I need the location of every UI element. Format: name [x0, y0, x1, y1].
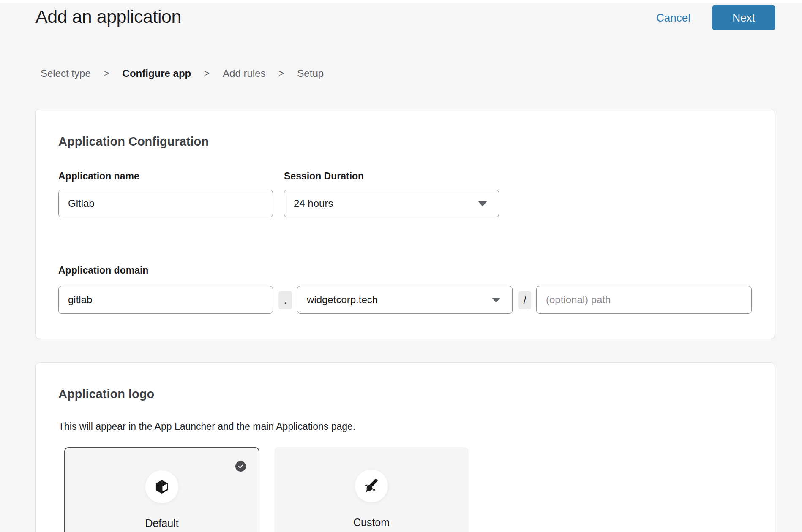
logo-description: This will appear in the App Launcher and…	[58, 420, 355, 433]
session-duration-value: 24 hours	[294, 198, 333, 209]
application-domain-label: Application domain	[58, 264, 148, 277]
chevron-down-icon	[492, 298, 500, 303]
page-title: Add an application	[35, 4, 181, 29]
application-logo-card: Application logo This will appear in the…	[35, 362, 775, 532]
chevron-down-icon	[478, 201, 487, 206]
application-logo-heading: Application logo	[58, 386, 154, 402]
top-strip	[0, 0, 802, 3]
logo-option-label: Default	[65, 516, 259, 530]
domain-slash-separator: /	[518, 291, 531, 309]
breadcrumb-step-select-type[interactable]: Select type	[41, 68, 91, 79]
subdomain-input[interactable]	[58, 286, 273, 314]
domain-dot-separator: .	[278, 291, 292, 309]
cube-icon	[145, 470, 178, 503]
next-button[interactable]: Next	[712, 5, 775, 30]
logo-option-custom[interactable]: Custom	[274, 447, 469, 532]
breadcrumb-step-configure-app[interactable]: Configure app	[123, 68, 191, 79]
breadcrumb-separator: >	[204, 68, 210, 79]
session-duration-label: Session Duration	[284, 170, 364, 182]
logo-option-label: Custom	[274, 516, 469, 529]
selected-check-icon	[235, 461, 246, 472]
application-configuration-heading: Application Configuration	[58, 134, 209, 149]
domain-select-value: widgetcorp.tech	[307, 294, 378, 306]
application-configuration-card: Application Configuration Application na…	[35, 109, 775, 339]
application-name-label: Application name	[58, 170, 139, 182]
breadcrumb: Select type > Configure app > Add rules …	[41, 68, 324, 79]
breadcrumb-separator: >	[279, 68, 284, 79]
path-input[interactable]	[536, 286, 752, 314]
breadcrumb-separator: >	[104, 68, 109, 79]
domain-select[interactable]: widgetcorp.tech	[297, 286, 513, 314]
cancel-button[interactable]: Cancel	[656, 11, 690, 25]
application-name-input[interactable]	[58, 190, 273, 217]
logo-option-default[interactable]: Default	[64, 447, 259, 532]
session-duration-select[interactable]: 24 hours	[284, 190, 499, 217]
breadcrumb-step-add-rules[interactable]: Add rules	[223, 68, 265, 79]
paintbrush-icon	[355, 470, 388, 502]
breadcrumb-step-setup[interactable]: Setup	[297, 68, 324, 79]
